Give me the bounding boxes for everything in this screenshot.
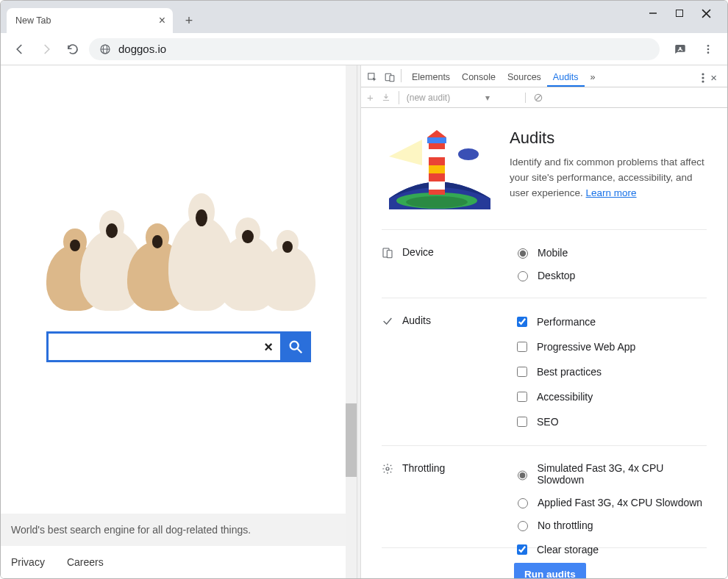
devtools-menu-icon[interactable]: [702, 73, 704, 83]
svg-marker-29: [427, 130, 446, 137]
tab-sources[interactable]: Sources: [502, 68, 547, 87]
throttle-opt-simulated[interactable]: Simulated Fast 3G, 4x CPU Slowdown: [514, 462, 707, 486]
new-audit-icon[interactable]: +: [367, 91, 374, 104]
search-button[interactable]: [280, 331, 311, 362]
tab-title: New Tab: [15, 15, 51, 26]
throttle-opt-none[interactable]: No throttling: [514, 519, 707, 531]
footer-tagline: World's best search engine for all dog-r…: [1, 514, 346, 546]
window-titlebar: New Tab × +: [1, 1, 727, 33]
device-icon: [382, 247, 393, 259]
search-input[interactable]: ×: [46, 331, 280, 362]
svg-rect-27: [429, 181, 445, 190]
throttling-label: Throttling: [402, 462, 445, 474]
svg-point-9: [707, 51, 710, 54]
block-icon[interactable]: [533, 93, 543, 103]
devtools-panel: Elements Console Sources Audits » × + (n…: [361, 65, 727, 578]
learn-more-link[interactable]: Learn more: [586, 187, 637, 198]
lighthouse-illustration: [382, 129, 492, 212]
devtools-tabs: Elements Console Sources Audits » ×: [361, 65, 727, 87]
chevron-down-icon: ▾: [485, 93, 490, 103]
clear-icon[interactable]: ×: [264, 339, 273, 356]
svg-point-17: [702, 80, 704, 82]
menu-icon[interactable]: [698, 39, 718, 60]
audits-toolbar: + (new audit) ▾: [361, 87, 727, 108]
back-icon[interactable]: [10, 39, 30, 60]
svg-point-33: [458, 172, 460, 173]
maximize-icon[interactable]: [674, 8, 685, 18]
globe-icon: [99, 43, 111, 55]
clear-storage-label: Clear storage: [537, 544, 599, 555]
svg-point-35: [399, 188, 401, 190]
svg-point-7: [707, 45, 710, 47]
svg-point-34: [473, 183, 474, 184]
tab-audits[interactable]: Audits: [547, 68, 585, 87]
svg-marker-23: [389, 140, 422, 165]
device-toggle-icon[interactable]: [385, 72, 395, 82]
minimize-icon[interactable]: [648, 8, 658, 18]
svg-point-10: [290, 342, 299, 350]
svg-point-30: [458, 148, 479, 160]
account-icon[interactable]: [670, 39, 690, 60]
svg-rect-25: [429, 149, 445, 157]
device-label: Device: [402, 246, 434, 258]
svg-point-31: [407, 179, 408, 181]
audit-selector-label: (new audit): [407, 93, 450, 103]
audits-heading: Audits: [510, 129, 707, 148]
reload-icon[interactable]: [63, 39, 83, 60]
audit-opt-bestpractices[interactable]: Best practices: [514, 364, 707, 379]
svg-rect-38: [387, 251, 392, 258]
throttle-opt-applied[interactable]: Applied Fast 3G, 4x CPU Slowdown: [514, 496, 707, 508]
svg-point-6: [679, 47, 682, 49]
footer-link-privacy[interactable]: Privacy: [11, 556, 45, 568]
svg-point-32: [418, 168, 419, 170]
device-option-mobile[interactable]: Mobile: [514, 246, 707, 259]
webpage-viewport: × World's best search engine for all dog…: [1, 65, 357, 578]
clear-storage-checkbox[interactable]: [517, 544, 527, 555]
inspect-icon[interactable]: [367, 72, 377, 82]
audits-label: Audits: [402, 314, 431, 326]
scrollbar-track[interactable]: [346, 65, 357, 578]
download-icon[interactable]: [381, 93, 391, 103]
tab-console[interactable]: Console: [456, 68, 502, 87]
tab-elements[interactable]: Elements: [406, 68, 456, 87]
close-devtools-icon[interactable]: ×: [707, 71, 720, 84]
forward-icon[interactable]: [36, 39, 57, 60]
browser-tab[interactable]: New Tab ×: [7, 8, 173, 33]
svg-rect-28: [427, 137, 446, 143]
gear-icon: [382, 463, 393, 475]
svg-point-8: [707, 48, 710, 50]
close-window-icon[interactable]: [701, 8, 711, 18]
more-tabs-icon[interactable]: »: [585, 68, 602, 87]
audit-opt-accessibility[interactable]: Accessibility: [514, 389, 707, 404]
scrollbar-thumb[interactable]: [346, 403, 357, 477]
device-option-desktop[interactable]: Desktop: [514, 269, 707, 281]
audit-opt-pwa[interactable]: Progressive Web App: [514, 339, 707, 354]
run-audits-button[interactable]: Run audits: [514, 563, 586, 578]
check-icon: [382, 315, 393, 327]
audit-opt-seo[interactable]: SEO: [514, 414, 707, 429]
browser-toolbar: doggos.io: [1, 33, 727, 65]
close-tab-icon[interactable]: ×: [159, 15, 165, 26]
svg-point-22: [406, 196, 468, 208]
svg-point-39: [386, 467, 389, 470]
svg-line-11: [298, 349, 302, 353]
svg-point-16: [702, 76, 704, 79]
url-text: doggos.io: [118, 43, 166, 55]
hero-image: [46, 164, 311, 311]
svg-point-15: [702, 73, 704, 75]
svg-point-36: [477, 170, 478, 172]
site-search: ×: [46, 331, 311, 362]
svg-rect-14: [390, 76, 394, 82]
footer-link-careers[interactable]: Careers: [67, 556, 104, 568]
url-bar[interactable]: doggos.io: [89, 38, 660, 60]
svg-rect-26: [429, 165, 445, 173]
svg-line-20: [536, 95, 541, 100]
new-tab-button[interactable]: +: [179, 10, 199, 31]
audit-selector[interactable]: (new audit) ▾: [407, 93, 526, 103]
audit-opt-performance[interactable]: Performance: [514, 314, 707, 329]
